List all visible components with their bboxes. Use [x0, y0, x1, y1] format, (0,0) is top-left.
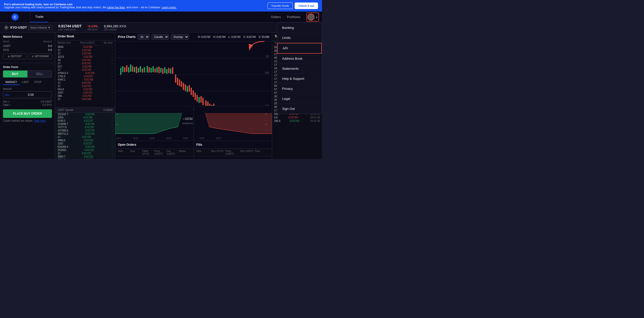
view-more-link[interactable]: View more [34, 119, 46, 122]
bid-row[interactable]: 152242.70.01746- [55, 113, 115, 116]
amount-input[interactable] [11, 92, 51, 98]
checkout-button[interactable]: Check it out [295, 3, 318, 9]
bid-row[interactable]: 74777.60.01735- [55, 126, 115, 129]
bid-row[interactable]: 253550.0.01724- [55, 148, 115, 152]
bid-row[interactable]: 17.0.01723- [55, 152, 115, 155]
wallet-xyo-amount: 0.0 [48, 48, 52, 51]
banner-title: Pro's advanced trading tools, now on Coi… [4, 3, 72, 6]
ask-row[interactable]: 17.0.01761- [55, 62, 115, 65]
svg-text:0.01730: 0.01730 [150, 137, 155, 140]
oo-col-size: Size [130, 150, 142, 155]
bid-row[interactable]: 1037.0.01727- [55, 142, 115, 145]
oo-col-fee: Fee (USDT) [167, 150, 179, 155]
bid-size: 400712.2 [58, 132, 68, 135]
fills-table-header: Side Size (XYO) Price (USDT) Fee (USDT) … [194, 149, 272, 156]
svg-rect-20 [120, 68, 122, 74]
trade-time: 20:41:45 [310, 120, 320, 122]
total-label: Total ≈ [3, 104, 10, 106]
nav-orders-link[interactable]: Orders [271, 15, 281, 19]
market-order-tab[interactable]: MARKET [3, 80, 20, 85]
ask-row[interactable]: 315.80.01763- [55, 55, 115, 58]
withdraw-button[interactable]: ⊖ WITHDRAW [29, 53, 52, 59]
dropdown-item-legal[interactable]: Legal [277, 94, 322, 104]
bid-size: 1037. [58, 142, 64, 145]
dropdown-item-privacy[interactable]: Privacy [277, 84, 322, 94]
ask-row[interactable]: 17.0.01759- [55, 68, 115, 71]
order-form-title: Order Form [3, 65, 52, 68]
ask-row[interactable]: 517.0.01760- [55, 65, 115, 68]
svg-text:1M: 1M [265, 123, 267, 126]
bid-size: 626269.4 [58, 145, 68, 148]
banner-link2[interactable]: Learn more. [162, 6, 176, 9]
bid-size: 253550. [58, 149, 67, 151]
chart-type-select[interactable]: Candle [151, 34, 169, 40]
dropdown-item-sign-out[interactable]: Sign Out [277, 104, 322, 114]
user-avatar [307, 14, 314, 21]
bid-row[interactable]: 157000.50.01734- [55, 129, 115, 132]
overlay-select[interactable]: Overlay [171, 34, 189, 40]
svg-rect-57 [191, 88, 192, 95]
bid-my-size: - [112, 139, 113, 142]
dropdown-item-help-and-support[interactable]: Help & Support [277, 74, 322, 84]
ask-row[interactable]: 654.80.01752- [55, 88, 115, 91]
ask-row[interactable]: 34.0.01762- [55, 58, 115, 62]
dropdown-item-banking[interactable]: Banking [277, 23, 322, 33]
spread-row: USDT Spread 0.00008 [55, 107, 115, 113]
ask-row[interactable]: 17.0.01749- [55, 98, 115, 101]
coinbase-logo[interactable]: C [12, 14, 19, 21]
sell-tab-button[interactable]: SELL [27, 70, 52, 77]
bid-price: 0.01734 [86, 129, 95, 132]
fee-label: Fee ≈ [3, 100, 10, 103]
ask-row[interactable]: 17.0.01764- [55, 52, 115, 55]
bid-row[interactable]: 215898.70.01736- [55, 122, 115, 126]
deposit-button[interactable]: ⊕ DEPOSIT [3, 53, 27, 59]
user-menu-button[interactable]: ▲ [306, 13, 319, 22]
price-charts-title: Price Charts [118, 35, 136, 39]
wallet-header: Asset Amount [3, 40, 52, 43]
ask-row[interactable]: 17.0.01753- [55, 85, 115, 88]
bid-row[interactable]: 400712.20.01730- [55, 132, 115, 135]
bid-row[interactable]: 4990.60.01728- [55, 139, 115, 142]
stop-order-tab[interactable]: STOP [32, 80, 44, 85]
select-market-button[interactable]: Select Market ▼ [28, 25, 52, 30]
ohlcv-display: O: 0.01743 H: 0.01744 L: 0.01743 C: 0.01… [198, 36, 269, 38]
ask-row[interactable]: 3049.0.01766- [55, 45, 115, 49]
bid-row[interactable]: 2329.0.01745- [55, 116, 115, 119]
bid-row[interactable]: 3080.70.01722- [55, 155, 115, 158]
ask-row[interactable]: 4340.10.01756- [55, 78, 115, 81]
ask-row[interactable]: 17.0.01765- [55, 49, 115, 52]
user-dropdown-menu: BankingLimitsAPIAddress BookStatementsHe… [277, 23, 322, 114]
dropdown-item-address-book[interactable]: Address Book [277, 54, 322, 64]
place-buy-order-button[interactable]: PLACE BUY ORDER [3, 109, 52, 118]
ohlcv-l-label: L: 0.01743 [228, 36, 240, 38]
dropdown-item-limits[interactable]: Limits [277, 33, 322, 43]
ask-row[interactable]: 1037.0.01751- [55, 91, 115, 94]
total-value: 0.0 XYO [42, 104, 52, 106]
nav-tab-trade[interactable]: Trade [30, 12, 48, 22]
dropdown-item-api[interactable]: API [277, 43, 322, 54]
charts-section: Price Charts 1h Candle Overlay O: 0.0174… [115, 33, 272, 159]
banner-link1[interactable]: same low fees [107, 6, 125, 9]
header-nav: C Trade Orders Portfolios ▲ [0, 12, 322, 23]
bid-my-size: - [112, 136, 113, 138]
ask-row[interactable]: 586.0.01750- [55, 94, 115, 98]
dropdown-item-statements[interactable]: Statements [277, 64, 322, 74]
bid-price: 0.01746 [86, 113, 95, 116]
bid-price: 0.01722 [84, 155, 93, 158]
interval-select[interactable]: 1h [138, 34, 149, 40]
bid-my-size: - [112, 113, 113, 116]
limit-order-tab[interactable]: LIMIT [20, 80, 32, 85]
ask-row[interactable]: 379411.50.01758- [55, 71, 115, 75]
max-link[interactable]: Max [3, 92, 11, 98]
bid-row[interactable]: 1791.60.01721- [55, 158, 115, 159]
nav-right: Orders Portfolios ▲ [271, 13, 322, 22]
bid-size: 157000.5 [58, 129, 68, 132]
buy-tab-button[interactable]: BUY [3, 70, 27, 77]
bid-row[interactable]: 6140.30.01737- [55, 119, 115, 122]
ask-row[interactable]: 1765.40.01757- [55, 75, 115, 78]
nav-portfolios-link[interactable]: Portfolios [287, 15, 300, 19]
transfer-funds-button[interactable]: Transfer funds [268, 3, 293, 9]
ask-row[interactable]: 17.0.01755- [55, 81, 115, 85]
bid-row[interactable]: 626269.40.01726- [55, 145, 115, 148]
bid-row[interactable]: 17.0.01729- [55, 135, 115, 139]
